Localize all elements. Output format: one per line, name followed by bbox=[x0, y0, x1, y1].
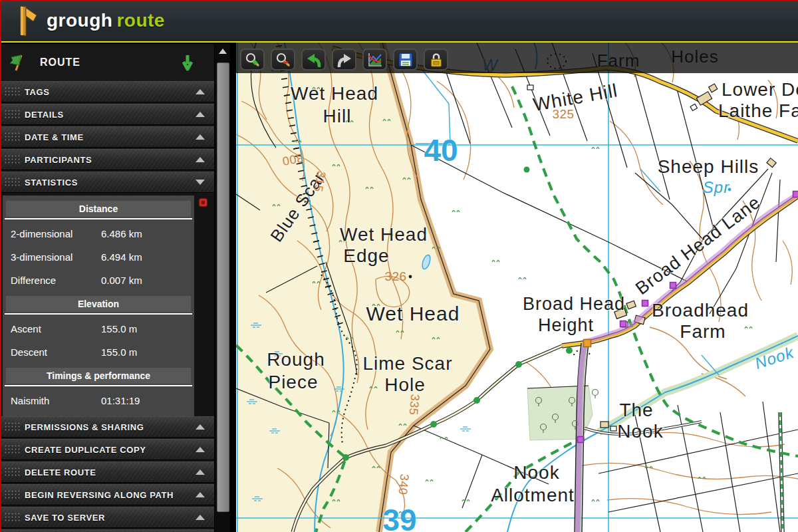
chevron-up-icon bbox=[196, 89, 205, 94]
brand-logo-icon bbox=[12, 5, 40, 38]
section-label: DATE & TIME bbox=[25, 132, 196, 142]
elevation-chart-icon bbox=[366, 51, 384, 68]
chevron-up-icon bbox=[196, 424, 205, 430]
lock-button[interactable] bbox=[424, 49, 448, 70]
route-waypoint[interactable] bbox=[578, 437, 584, 443]
section-label: CREATE DUPLICATE COPY bbox=[25, 445, 196, 455]
app-window: grough route ROUTE TAGSDETAILSDATE & TIM… bbox=[0, 0, 798, 532]
stats-row: 2-dimensional6.486 km bbox=[3, 222, 194, 245]
map-label: Nook bbox=[513, 462, 559, 483]
stats-row: Naismith01:31:19 bbox=[3, 389, 194, 412]
scrollbar-up-button[interactable] bbox=[215, 44, 230, 59]
close-statistics-button[interactable] bbox=[199, 198, 207, 207]
map-label: Edge bbox=[343, 245, 389, 266]
map-label: Piece bbox=[268, 372, 318, 392]
section-label: DETAILS bbox=[25, 110, 196, 120]
stats-label: Descent bbox=[11, 346, 101, 358]
redo-icon bbox=[336, 51, 353, 68]
sidebar-section-permissions[interactable]: PERMISSIONS & SHARING bbox=[1, 416, 214, 438]
map-label: The bbox=[619, 400, 653, 420]
route-waypoint[interactable] bbox=[620, 321, 626, 327]
window-border-left bbox=[0, 0, 1, 532]
panel-title: ROUTE bbox=[40, 57, 181, 68]
stats-row: Descent155.0 m bbox=[3, 340, 194, 364]
scrollbar-thumb[interactable] bbox=[217, 63, 229, 512]
stats-label: 3-dimensional bbox=[11, 251, 101, 263]
stats-value: 155.0 m bbox=[101, 323, 137, 334]
drag-handle-icon[interactable] bbox=[4, 512, 20, 523]
route-waypoint[interactable] bbox=[793, 192, 798, 198]
sidebar-section-statistics[interactable]: STATISTICS bbox=[1, 172, 214, 193]
sidebar-section-date-time[interactable]: DATE & TIME bbox=[1, 126, 214, 148]
map-label: 340 bbox=[396, 473, 412, 495]
sidebar-section-participants[interactable]: PARTICIPANTS bbox=[1, 149, 214, 170]
stats-label: Difference bbox=[11, 275, 101, 286]
section-label: DELETE ROUTE bbox=[25, 467, 196, 477]
map-label: Hill bbox=[323, 106, 352, 126]
sidebar-section-details[interactable]: DETAILS bbox=[1, 104, 214, 125]
stats-row: Ascent155.0 m bbox=[3, 317, 194, 340]
statistics-panel: Distance2-dimensional6.486 km3-dimension… bbox=[1, 194, 214, 416]
window-border-top bbox=[0, 0, 798, 1]
sidebar-section-duplicate[interactable]: CREATE DUPLICATE COPY bbox=[1, 439, 214, 460]
stats-row: 3-dimensional6.494 km bbox=[3, 245, 194, 269]
map-container: Wet HeadHillWhite Hill325Lower DeLaithe … bbox=[236, 43, 798, 532]
drag-handle-icon[interactable] bbox=[4, 86, 20, 97]
chevron-up-icon bbox=[196, 157, 205, 162]
map-label: Laithe Fa bbox=[718, 100, 798, 121]
stats-value: 6.494 km bbox=[101, 251, 142, 263]
drag-handle-icon[interactable] bbox=[4, 132, 20, 142]
brand-name-secondary: route bbox=[116, 10, 165, 31]
map-canvas[interactable]: Wet HeadHillWhite Hill325Lower DeLaithe … bbox=[236, 43, 798, 532]
chevron-up-icon bbox=[196, 515, 205, 520]
section-label: TAGS bbox=[25, 87, 196, 97]
drag-handle-icon[interactable] bbox=[4, 109, 20, 120]
sidebar-scrollbar[interactable] bbox=[215, 44, 230, 532]
stats-group-title: Distance bbox=[6, 201, 191, 217]
drag-handle-icon[interactable] bbox=[4, 489, 20, 500]
sidebar-section-tags[interactable]: TAGS bbox=[1, 81, 214, 102]
map-label: Allotment bbox=[491, 485, 575, 505]
sidebar-section-save[interactable]: SAVE TO SERVER bbox=[1, 507, 214, 528]
drag-handle-icon[interactable] bbox=[4, 154, 20, 165]
app-header: grough route bbox=[0, 0, 798, 43]
save-button[interactable] bbox=[393, 49, 418, 70]
drag-handle-icon[interactable] bbox=[4, 177, 20, 188]
zoom-in-icon bbox=[244, 51, 261, 68]
undo-button[interactable] bbox=[301, 49, 326, 70]
map-label: 39 bbox=[382, 503, 416, 532]
brand-name-primary: grough bbox=[47, 10, 112, 31]
collapse-panel-arrow-icon[interactable] bbox=[181, 54, 194, 71]
drag-handle-icon[interactable] bbox=[4, 444, 20, 455]
sidebar-section-reverse[interactable]: BEGIN REVERSING ALONG PATH bbox=[1, 484, 214, 505]
sidebar-section-delete[interactable]: DELETE ROUTE bbox=[1, 462, 214, 483]
zoom-in-button[interactable] bbox=[240, 49, 265, 70]
stats-label: 2-dimensional bbox=[11, 228, 101, 239]
chevron-up-icon bbox=[219, 49, 227, 54]
map-label: 325 bbox=[552, 107, 574, 121]
stats-value: 0.007 km bbox=[101, 275, 142, 286]
map-label: 335 bbox=[407, 394, 422, 416]
redo-button[interactable] bbox=[332, 49, 356, 70]
divider bbox=[5, 313, 192, 315]
map-label: 40 bbox=[424, 133, 458, 168]
chevron-up-icon bbox=[196, 112, 205, 117]
drag-handle-icon[interactable] bbox=[4, 422, 20, 432]
sidebar-section-revert[interactable]: REVERT CHANGES TO LAST SAVE bbox=[1, 529, 214, 532]
map-label: Height bbox=[538, 315, 594, 335]
drag-handle-icon[interactable] bbox=[4, 467, 20, 477]
section-label: PERMISSIONS & SHARING bbox=[25, 422, 196, 432]
map-label: Broad Head bbox=[523, 294, 625, 314]
sidebar: ROUTE TAGSDETAILSDATE & TIMEPARTICIPANTS… bbox=[1, 44, 214, 532]
route-waypoint[interactable] bbox=[642, 301, 648, 307]
stats-row: Difference0.007 km bbox=[3, 269, 194, 292]
chevron-up-icon bbox=[196, 447, 205, 452]
chevron-down-icon bbox=[196, 180, 205, 185]
route-waypoint-selected[interactable] bbox=[584, 340, 591, 347]
zoom-out-button[interactable] bbox=[271, 49, 295, 70]
route-waypoint[interactable] bbox=[670, 283, 676, 289]
map-label: Sheep Hills bbox=[658, 156, 759, 177]
map-label: Wet Head bbox=[366, 303, 460, 325]
elevation-chart-button[interactable] bbox=[362, 49, 387, 70]
divider bbox=[5, 385, 192, 386]
